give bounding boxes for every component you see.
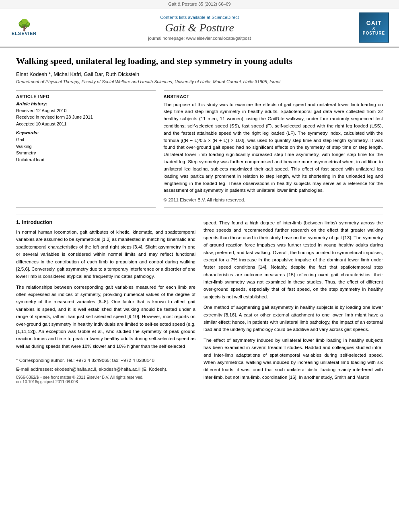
badge-posture: POSTURE [363,31,385,35]
keyword-4: Unilateral load [16,156,156,163]
accepted-date: Accepted 10 August 2011 [16,121,156,127]
section-divider [16,214,383,214]
revised-date: Received in revised form 28 June 2011 [16,114,156,121]
elsevier-tree-icon: 🌳 [17,20,31,31]
article-title: Walking speed, unilateral leg loading, a… [16,55,383,67]
intro-para-right-3: The effect of asymmetry induced by unila… [204,337,383,381]
journal-homepage: journal homepage: www.elsevier.com/locat… [44,36,355,41]
doi-text: doi:10.1016/j.gaitpost.2011.08.008 [16,380,78,384]
corresponding-footnote: * Corresponding author. Tel.: +972 4 824… [16,357,195,364]
journal-header: 🌳 ELSEVIER Contents lists available at S… [0,8,399,47]
intro-para-1: In normal human locomotion, gait attribu… [16,228,195,280]
abstract-section: ABSTRACT The purpose of this study was t… [164,90,383,207]
body-col-left: 1. Introduction In normal human locomoti… [16,219,195,384]
journal-title-display: Gait & Posture [44,21,355,34]
body-columns: 1. Introduction In normal human locomoti… [16,219,383,384]
keywords-heading: Keywords: [16,130,156,135]
keyword-2: Walking [16,143,156,150]
article-info-heading: ARTICLE INFO [16,94,156,99]
history-heading: Article history: [16,101,156,106]
intro-para-2: The relationships between corresponding … [16,283,195,350]
journal-center: Contents lists available at ScienceDirec… [44,15,355,41]
keywords-section: Keywords: Gait Walking Symmetry Unilater… [16,130,156,163]
abstract-heading: ABSTRACT [164,94,383,99]
history-section: Article history: Received 12 August 2010… [16,101,156,127]
sciencedirect-link: Contents lists available at ScienceDirec… [44,15,355,20]
affiliation: Department of Physical Therapy, Faculty … [16,79,383,84]
keyword-1: Gait [16,136,156,143]
body-col-right: speed. They found a high degree of inter… [204,219,383,384]
footnote-area: * Corresponding author. Tel.: +972 4 824… [16,354,195,373]
elsevier-label: ELSEVIER [12,31,37,36]
intro-para-right-1: speed. They found a high degree of inter… [204,219,383,300]
elsevier-logo: 🌳 ELSEVIER [8,20,40,36]
journal-logo-right: GAIT & POSTURE [359,12,391,43]
journal-citation: Gait & Posture 35 (2012) 66–69 [168,2,230,6]
keyword-3: Symmetry [16,150,156,156]
gait-posture-badge: GAIT & POSTURE [359,12,389,43]
article-content: Walking speed, unilateral leg loading, a… [0,47,399,392]
intro-heading: 1. Introduction [16,219,195,225]
authors-text: Einat Kodesh *, Michal Kafri, Gali Dar, … [16,71,139,77]
email-footnote: E-mail addresses: ekodesh@haifa.ac.il, e… [16,366,195,373]
copyright-line: © 2011 Elsevier B.V. All rights reserved… [164,197,383,204]
issn-line: 0966-6362/$ – see front matter © 2011 El… [16,375,195,384]
abstract-text: The purpose of this study was to examine… [164,101,383,195]
article-info-box: ARTICLE INFO Article history: Received 1… [16,90,156,207]
article-meta-section: ARTICLE INFO Article history: Received 1… [16,90,383,207]
authors: Einat Kodesh *, Michal Kafri, Gali Dar, … [16,71,383,77]
top-bar: Gait & Posture 35 (2012) 66–69 [0,0,399,8]
badge-amp: & [372,26,375,31]
intro-para-right-2: One method of augmenting gait asymmetry … [204,304,383,333]
received-date: Received 12 August 2010 [16,107,156,114]
badge-gait: GAIT [366,20,381,26]
issn-text: 0966-6362/$ – see front matter © 2011 El… [16,375,144,380]
